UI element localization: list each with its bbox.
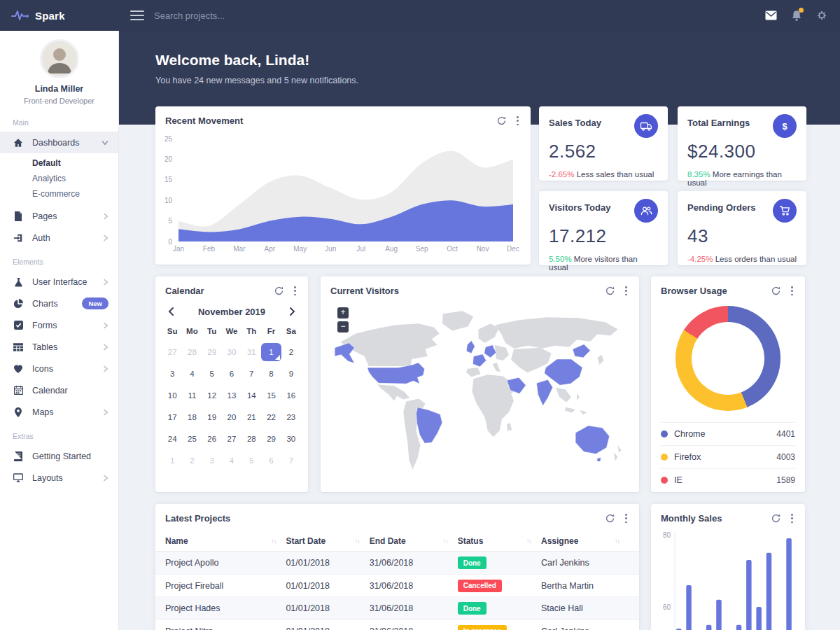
refresh-icon[interactable] bbox=[497, 116, 506, 125]
card-title: Browser Usage bbox=[661, 286, 727, 296]
calendar-day[interactable]: 19 bbox=[202, 408, 222, 426]
sidebar-subitem-analytics[interactable]: Analytics bbox=[0, 171, 118, 186]
calendar-day[interactable]: 6 bbox=[261, 451, 281, 470]
calendar-day[interactable]: 30 bbox=[222, 343, 241, 361]
sidebar-item-auth[interactable]: Auth bbox=[0, 227, 118, 248]
calendar-day[interactable]: 30 bbox=[281, 430, 301, 448]
chevron-right-icon bbox=[103, 409, 108, 416]
search-input[interactable] bbox=[154, 10, 378, 21]
sort-icon[interactable]: ↑↓ bbox=[443, 538, 448, 545]
map-zoom-out-button[interactable]: − bbox=[337, 321, 349, 332]
calendar-day[interactable]: 28 bbox=[182, 343, 202, 361]
sidebar-item-icons[interactable]: Icons bbox=[0, 358, 118, 379]
refresh-icon[interactable] bbox=[771, 286, 780, 295]
calendar-day[interactable]: 16 bbox=[281, 386, 301, 405]
refresh-icon[interactable] bbox=[274, 286, 284, 295]
sidebar-item-pages[interactable]: Pages bbox=[0, 205, 118, 227]
calendar-day[interactable]: 3 bbox=[162, 365, 182, 383]
refresh-icon[interactable] bbox=[606, 286, 615, 295]
calendar-day[interactable]: 6 bbox=[222, 365, 241, 383]
refresh-icon[interactable] bbox=[606, 514, 615, 523]
calendar-day[interactable]: 28 bbox=[241, 430, 261, 448]
calendar-day[interactable]: 2 bbox=[281, 343, 301, 361]
calendar-day[interactable]: 31 bbox=[241, 343, 261, 361]
calendar-day[interactable]: 15 bbox=[261, 386, 281, 405]
calendar-day[interactable]: 13 bbox=[222, 386, 241, 405]
calendar-day[interactable]: 11 bbox=[182, 386, 202, 405]
calendar-day[interactable]: 20 bbox=[222, 408, 241, 426]
calendar-day[interactable]: 25 bbox=[182, 430, 202, 448]
stat-card-total-earnings: Total Earnings $ $24.300 8.35% More earn… bbox=[678, 106, 806, 181]
sidebar-item-label: Tables bbox=[32, 342, 103, 352]
column-header-name[interactable]: Name↑↓ bbox=[165, 536, 286, 546]
sort-icon[interactable]: ↑↓ bbox=[615, 538, 620, 545]
sort-icon[interactable]: ↑↓ bbox=[271, 538, 276, 545]
calendar-day[interactable]: 26 bbox=[202, 430, 222, 448]
sidebar-subitem-e-commerce[interactable]: E-commerce bbox=[0, 186, 118, 202]
kebab-icon[interactable] bbox=[623, 513, 629, 524]
calendar-day[interactable]: 5 bbox=[241, 451, 261, 470]
calendar-day[interactable]: 17 bbox=[162, 408, 182, 426]
calendar-day[interactable]: 21 bbox=[241, 408, 261, 426]
brand[interactable]: Spark bbox=[0, 0, 119, 31]
calendar-day[interactable]: 4 bbox=[182, 365, 202, 383]
sidebar: Linda Miller Front-end Developer MainDas… bbox=[0, 31, 119, 630]
calendar-day[interactable]: 27 bbox=[222, 430, 241, 448]
menu-toggle-icon[interactable] bbox=[130, 10, 144, 20]
refresh-icon[interactable] bbox=[771, 514, 780, 523]
calendar-day[interactable]: 14 bbox=[241, 386, 261, 405]
calendar-day[interactable]: 23 bbox=[281, 408, 301, 426]
notifications-icon[interactable] bbox=[791, 10, 802, 22]
project-start: 01/01/2018 bbox=[286, 626, 369, 630]
calendar-day[interactable]: 8 bbox=[261, 365, 281, 383]
column-header-end-date[interactable]: End Date↑↓ bbox=[370, 536, 458, 546]
sidebar-item-user-interface[interactable]: User Interface bbox=[0, 271, 118, 293]
calendar-day[interactable]: 18 bbox=[182, 408, 202, 426]
column-header-status[interactable]: Status↑↓ bbox=[458, 536, 541, 546]
calendar-day[interactable]: 7 bbox=[281, 451, 301, 470]
calendar-day[interactable]: 2 bbox=[182, 451, 202, 470]
kebab-icon[interactable] bbox=[623, 286, 629, 296]
calendar-day[interactable]: 4 bbox=[222, 451, 241, 470]
kebab-icon[interactable] bbox=[789, 513, 795, 524]
calendar-day[interactable]: 3 bbox=[202, 451, 222, 470]
column-header-start-date[interactable]: Start Date↑↓ bbox=[286, 536, 369, 546]
sidebar-item-forms[interactable]: Forms bbox=[0, 314, 118, 336]
browser-usage-donut[interactable] bbox=[676, 306, 780, 411]
sidebar-item-dashboards[interactable]: Dashboards bbox=[0, 132, 118, 153]
world-map[interactable]: + − bbox=[328, 303, 632, 485]
mail-icon[interactable] bbox=[765, 10, 777, 20]
calendar-day[interactable]: 1 bbox=[162, 451, 182, 470]
calendar-day[interactable]: 27 bbox=[162, 343, 182, 361]
calendar-day[interactable]: 5 bbox=[202, 365, 222, 383]
sidebar-item-tables[interactable]: Tables bbox=[0, 336, 118, 358]
calendar-day[interactable]: 9 bbox=[281, 365, 301, 383]
calendar-day[interactable]: 24 bbox=[162, 430, 182, 448]
column-header-assignee[interactable]: Assignee↑↓ bbox=[541, 536, 629, 546]
calendar-day[interactable]: 22 bbox=[261, 408, 281, 426]
calendar-day[interactable]: 29 bbox=[202, 343, 222, 361]
chevron-right-icon bbox=[103, 213, 108, 220]
calendar-day[interactable]: 12 bbox=[202, 386, 222, 405]
kebab-icon[interactable] bbox=[789, 286, 795, 296]
sidebar-item-calendar[interactable]: Calendar bbox=[0, 379, 118, 401]
calendar-day[interactable]: 10 bbox=[162, 386, 182, 405]
calendar-prev-icon[interactable] bbox=[167, 306, 176, 317]
sidebar-subitem-default[interactable]: Default bbox=[0, 155, 118, 171]
calendar-next-icon[interactable] bbox=[288, 306, 297, 317]
sort-icon[interactable]: ↑↓ bbox=[355, 538, 360, 545]
settings-icon[interactable] bbox=[816, 10, 827, 21]
current-visitors-card: Current Visitors + − bbox=[321, 276, 639, 492]
kebab-icon[interactable] bbox=[292, 286, 298, 296]
calendar-day[interactable]: 7 bbox=[241, 365, 261, 383]
sidebar-item-getting-started[interactable]: Getting Started bbox=[0, 445, 118, 467]
kebab-icon[interactable] bbox=[514, 115, 521, 126]
calendar-day[interactable]: 29 bbox=[261, 430, 281, 448]
calendar-day-selected[interactable]: 1 bbox=[261, 343, 281, 361]
sort-icon[interactable]: ↑↓ bbox=[526, 538, 531, 545]
sidebar-item-charts[interactable]: ChartsNew bbox=[0, 293, 118, 314]
card-title: Latest Projects bbox=[165, 513, 230, 524]
sidebar-item-layouts[interactable]: Layouts bbox=[0, 467, 118, 489]
sidebar-item-maps[interactable]: Maps bbox=[0, 401, 118, 423]
map-zoom-in-button[interactable]: + bbox=[337, 307, 349, 318]
